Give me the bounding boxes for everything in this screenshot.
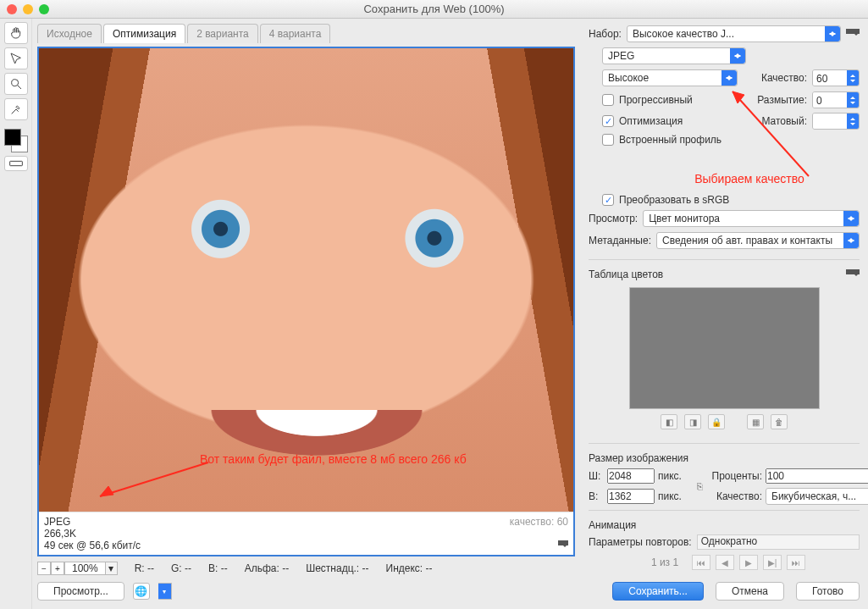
hand-tool[interactable] [4, 22, 28, 44]
zoom-in-icon[interactable]: + [51, 562, 64, 575]
blur-label: Размытие: [757, 94, 807, 106]
status-bar: − + 100% ▾ R: -- G: -- B: -- Альфа: -- Ш… [37, 562, 575, 575]
preview-select[interactable]: Цвет монитора [643, 210, 860, 227]
loop-value: Однократно [701, 535, 758, 547]
status-r: R: -- [135, 562, 154, 574]
status-alpha: Альфа: -- [245, 562, 289, 574]
resample-value: Бикубическая, ч... [771, 490, 856, 502]
convert-srgb-label: Преобразовать в sRGB [619, 194, 729, 206]
percent-input[interactable] [766, 468, 868, 484]
svg-marker-3 [100, 486, 113, 496]
convert-srgb-checkbox[interactable] [602, 194, 614, 206]
metadata-label: Метаданные: [589, 235, 651, 246]
optimized-checkbox[interactable] [602, 115, 614, 127]
preset-flyout-menu[interactable] [846, 29, 860, 39]
info-size: 266,3K [44, 528, 568, 540]
info-quality: качество: 60 [510, 516, 568, 528]
quality-value[interactable]: 60 [813, 70, 847, 86]
first-frame-icon: ⏮ [692, 555, 710, 570]
zoom-tool[interactable] [4, 73, 28, 95]
color-table-shift-icon[interactable]: ◨ [684, 414, 701, 429]
metadata-select[interactable]: Сведения об авт. правах и контакты [656, 232, 860, 249]
resample-select[interactable]: Бикубическая, ч... [766, 488, 868, 505]
color-table-new-icon[interactable]: ▦ [747, 414, 764, 429]
slice-select-tool[interactable] [4, 47, 28, 69]
matte-label: Матовый: [761, 115, 807, 127]
annotation-arrow-filesize [90, 457, 217, 505]
preview-area: Исходное Оптимизация 2 варианта 4 вариан… [32, 19, 580, 609]
tab-2up[interactable]: 2 варианта [187, 24, 258, 43]
preview-image: Вот таким будет файл, вместе 8 мб всего … [39, 48, 573, 512]
embedded-profile-label: Встроенный профиль [619, 134, 721, 146]
browser-preview-icon[interactable]: 🌐 [133, 583, 150, 600]
height-input[interactable] [607, 489, 655, 504]
foreground-background-color[interactable] [4, 129, 28, 152]
status-index: Индекс: -- [386, 562, 433, 574]
color-table-lock-icon[interactable]: 🔒 [708, 414, 725, 429]
cancel-button[interactable]: Отмена [716, 582, 784, 601]
preview-button[interactable]: Просмотр... [37, 582, 124, 601]
blur-input[interactable]: 0 [812, 91, 860, 108]
height-unit: пикс. [658, 490, 692, 502]
next-frame-icon: ▶| [763, 555, 782, 570]
zoom-dropdown-icon[interactable]: ▾ [106, 562, 118, 575]
browser-preview-dropdown[interactable]: ▾ [158, 583, 172, 600]
preview-value: Цвет монитора [649, 213, 720, 224]
color-table-title: Таблица цветов [589, 269, 663, 280]
resample-label: Качество: [708, 490, 762, 502]
save-button[interactable]: Сохранить... [612, 582, 704, 601]
quality-preset-select[interactable]: Высокое [602, 69, 738, 86]
preview-info: JPEG 266,3K 49 сек @ 56,6 кбит/с качеств… [39, 512, 573, 555]
quality-preset-value: Высокое [608, 72, 649, 84]
info-time: 49 сек @ 56,6 кбит/с [44, 540, 141, 551]
metadata-value: Сведения об авт. правах и контакты [662, 235, 832, 246]
color-table-flyout[interactable] [846, 269, 860, 280]
preview-canvas[interactable]: Вот таким будет файл, вместе 8 мб всего … [37, 47, 575, 556]
status-g: G: -- [171, 562, 191, 574]
format-select[interactable]: JPEG [602, 47, 746, 64]
titlebar: Сохранить для Web (100%) [0, 0, 868, 19]
width-label: Ш: [589, 470, 604, 482]
zoom-value[interactable]: 100% [64, 562, 106, 575]
window-title: Сохранить для Web (100%) [0, 3, 868, 15]
progressive-checkbox[interactable] [602, 94, 614, 106]
image-size-title: Размер изображения [589, 452, 688, 464]
svg-line-2 [100, 462, 208, 496]
loop-label: Параметры повторов: [589, 536, 692, 548]
tab-original[interactable]: Исходное [37, 24, 102, 43]
info-format: JPEG [44, 516, 568, 528]
tool-strip [0, 19, 32, 609]
done-button[interactable]: Готово [796, 582, 860, 601]
zoom-control[interactable]: − + 100% ▾ [37, 562, 118, 575]
annotation-quality: Выбираем качество [639, 172, 860, 185]
color-table-snap-icon[interactable]: ◧ [661, 414, 677, 429]
color-table[interactable] [629, 287, 820, 409]
foreground-color-swatch[interactable] [4, 129, 21, 146]
frame-counter: 1 из 1 [643, 556, 687, 568]
settings-panel: Набор: Высокое качество J... JPEG Высоко… [580, 19, 868, 609]
width-unit: пикс. [658, 470, 692, 482]
blur-value[interactable]: 0 [813, 92, 847, 108]
percent-label: Проценты: [708, 470, 762, 482]
tab-optimized[interactable]: Оптимизация [103, 24, 185, 43]
embedded-profile-checkbox[interactable] [602, 134, 614, 146]
prev-frame-icon: ◀ [716, 555, 734, 570]
loop-select: Однократно [697, 534, 860, 550]
width-input[interactable] [607, 468, 655, 484]
constrain-proportions-icon[interactable]: ⎘ [697, 472, 703, 501]
status-hex: Шестнадц.: -- [306, 562, 368, 574]
tab-4up[interactable]: 4 варианта [260, 24, 331, 43]
preset-label: Набор: [589, 28, 622, 40]
preset-select[interactable]: Высокое качество J... [627, 25, 841, 42]
toggle-slices-visibility[interactable] [4, 156, 28, 171]
zoom-out-icon[interactable]: − [37, 562, 51, 575]
eyedropper-tool[interactable] [4, 98, 28, 120]
last-frame-icon: ⏭ [787, 555, 805, 570]
preview-label: Просмотр: [589, 213, 638, 224]
svg-point-0 [11, 80, 18, 86]
color-table-delete-icon[interactable]: 🗑 [771, 414, 788, 429]
info-flyout-menu[interactable] [558, 540, 568, 551]
preset-value: Высокое качество J... [633, 28, 734, 40]
matte-select[interactable] [812, 113, 860, 130]
quality-input[interactable]: 60 [812, 69, 860, 86]
